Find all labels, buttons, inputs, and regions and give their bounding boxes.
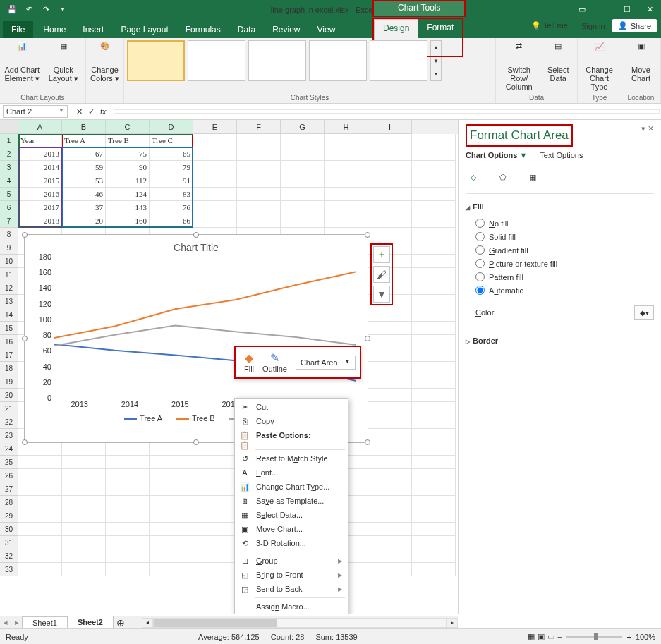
cell[interactable] [106, 509, 150, 523]
sheet-nav-prev[interactable]: ◂ [0, 618, 11, 627]
cell[interactable] [150, 442, 193, 456]
cell[interactable] [62, 549, 106, 563]
cell[interactable]: 67 [62, 147, 106, 161]
cell[interactable] [412, 134, 456, 147]
cell[interactable] [368, 322, 412, 335]
qat-customize-icon[interactable]: ▾ [55, 2, 71, 18]
view-page-layout-icon[interactable]: ▣ [538, 632, 545, 641]
cell[interactable] [368, 147, 412, 161]
row-header[interactable]: 16 [0, 335, 18, 348]
tell-me[interactable]: 💡 Tell me... [531, 21, 574, 30]
cell[interactable] [412, 201, 456, 214]
cell[interactable]: 76 [150, 201, 193, 214]
cell[interactable] [325, 201, 368, 214]
cm-reset-style[interactable]: ↺Reset to Match Style [235, 451, 348, 466]
cell[interactable]: 37 [62, 201, 106, 214]
cm-copy[interactable]: ⎘Copy [235, 414, 348, 428]
chart-style-5[interactable] [370, 40, 427, 81]
cell[interactable]: 2018 [18, 214, 62, 228]
cell[interactable] [106, 496, 150, 509]
row-header[interactable]: 8 [0, 228, 18, 241]
row-header[interactable]: 25 [0, 456, 18, 469]
cell[interactable]: 112 [106, 174, 150, 188]
cell[interactable]: Year [18, 134, 62, 147]
col-header[interactable]: F [237, 120, 281, 134]
hscroll-track[interactable] [153, 618, 447, 628]
close-icon[interactable]: ✕ [638, 0, 661, 19]
row-header[interactable]: 32 [0, 549, 18, 563]
row-header[interactable]: 20 [0, 389, 18, 402]
cell[interactable] [18, 456, 62, 469]
cell[interactable] [150, 496, 193, 509]
col-header[interactable]: H [325, 120, 368, 134]
cell[interactable] [193, 134, 237, 147]
save-icon[interactable]: 💾 [4, 2, 20, 18]
cell[interactable] [412, 147, 456, 161]
cell[interactable] [106, 442, 150, 456]
zoom-in[interactable]: + [626, 633, 631, 641]
cell[interactable] [412, 188, 456, 201]
cell[interactable] [412, 174, 456, 188]
tab-home[interactable]: Home [35, 21, 74, 38]
cell[interactable] [237, 214, 281, 228]
cell[interactable] [62, 482, 106, 496]
cell[interactable] [412, 509, 456, 523]
mini-target-select[interactable]: Chart Area▼ [296, 356, 356, 370]
cm-move-chart[interactable]: ▣Move Chart... [235, 522, 348, 536]
row-header[interactable]: 14 [0, 308, 18, 322]
cell[interactable] [150, 536, 193, 549]
col-header[interactable]: A [18, 120, 62, 134]
row-header[interactable]: 27 [0, 482, 18, 496]
select-all-corner[interactable] [0, 120, 18, 134]
sign-in-link[interactable]: Sign in [581, 22, 605, 30]
worksheet-grid[interactable]: A B C D E F G H I 1YearTree ATree BTree … [0, 120, 458, 614]
chart-style-4[interactable] [309, 40, 367, 81]
new-sheet-button[interactable]: ⊕ [114, 617, 128, 628]
chart-style-3[interactable] [248, 40, 306, 81]
cell[interactable] [18, 496, 62, 509]
cell[interactable] [106, 536, 150, 549]
cell[interactable] [281, 188, 325, 201]
enter-formula-icon[interactable]: ✓ [88, 107, 95, 116]
row-header[interactable]: 19 [0, 375, 18, 389]
zoom-level[interactable]: 100% [636, 633, 655, 641]
name-box[interactable]: Chart 2▼ [3, 105, 68, 118]
undo-icon[interactable]: ↶ [21, 2, 37, 18]
cell[interactable] [412, 295, 456, 308]
cell[interactable] [62, 496, 106, 509]
cell[interactable]: 2015 [18, 174, 62, 188]
cell[interactable] [325, 214, 368, 228]
cell[interactable]: 59 [62, 161, 106, 174]
view-page-break-icon[interactable]: ▭ [547, 632, 554, 641]
chart-elements-button[interactable]: ＋ [373, 246, 390, 263]
row-header[interactable]: 3 [0, 161, 18, 174]
cell[interactable] [62, 469, 106, 482]
cell[interactable] [193, 201, 237, 214]
row-header[interactable]: 2 [0, 147, 18, 161]
hscroll-left[interactable]: ◂ [142, 618, 153, 628]
row-header[interactable]: 6 [0, 201, 18, 214]
cell[interactable] [368, 134, 412, 147]
cell[interactable] [150, 549, 193, 563]
cell[interactable] [412, 322, 456, 335]
radio-gradient-fill[interactable]: Gradient fill [475, 243, 654, 257]
cell[interactable] [368, 308, 412, 322]
cell[interactable] [412, 335, 456, 348]
legend-item[interactable]: Tree B [176, 414, 215, 423]
row-header[interactable]: 22 [0, 415, 18, 429]
cm-cut[interactable]: ✂Cut [235, 400, 348, 414]
cell[interactable] [18, 549, 62, 563]
cell[interactable] [193, 214, 237, 228]
row-header[interactable]: 26 [0, 469, 18, 482]
radio-pattern-fill[interactable]: Pattern fill [475, 270, 654, 284]
row-header[interactable]: 13 [0, 295, 18, 308]
cell[interactable]: 143 [106, 201, 150, 214]
pane-tab-text-options[interactable]: Text Options [540, 151, 583, 159]
cell[interactable] [150, 523, 193, 536]
cell[interactable] [412, 482, 456, 496]
cell[interactable] [62, 442, 106, 456]
cm-font[interactable]: AFont... [235, 466, 348, 480]
tab-review[interactable]: Review [264, 21, 308, 38]
cell[interactable] [368, 188, 412, 201]
row-header[interactable]: 10 [0, 255, 18, 268]
